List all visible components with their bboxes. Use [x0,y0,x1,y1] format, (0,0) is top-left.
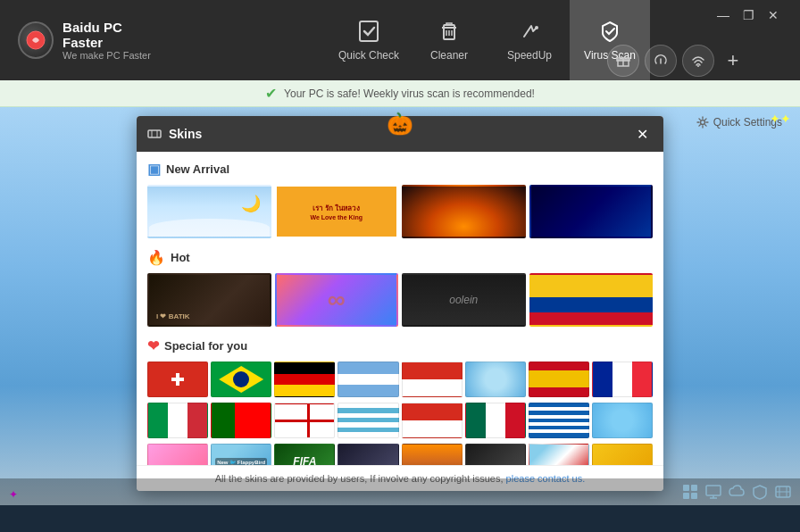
restore-button[interactable]: ❐ [738,7,759,23]
taskbar-cloud-icon[interactable] [729,484,745,500]
cleaner-icon [437,19,462,44]
main-content: Quick Settings Skins ✕ [0,107,800,505]
svg-rect-12 [148,130,161,137]
hot-text: Hot [171,251,190,264]
titlebar: Baidu PC Faster We make PC Faster Quick … [0,0,800,80]
skin-teal[interactable] [592,403,653,438]
skin-france[interactable] [592,362,653,397]
add-button[interactable]: + [720,47,746,74]
skin-cyan[interactable] [465,362,526,397]
special-text: Special for you [164,339,247,353]
skin-mexico[interactable] [465,403,526,438]
app-title: Baidu PC Faster [62,20,161,50]
skin-greece[interactable] [529,403,589,438]
nav-label-quick-check: Quick Check [338,49,399,62]
app-logo-circle [18,21,54,59]
skin-italy[interactable] [147,403,208,438]
virus-scan-icon [597,19,622,44]
nav-label-cleaner: Cleaner [430,49,468,62]
gauge-icon-btn[interactable] [645,45,677,77]
skin-shooter[interactable] [465,444,526,465]
skin-na-2[interactable]: เรา รัก ในหลวง We Love the King [275,185,399,238]
skin-england[interactable] [274,403,335,438]
skin-chile[interactable] [402,362,462,397]
skins-modal: Skins ✕ ▣ New Arrival 🌙 [137,116,663,491]
hot-label: 🔥 Hot [147,249,653,266]
svg-rect-18 [691,493,697,499]
special-row-1 [147,362,653,397]
skin-chile-2[interactable] [402,403,462,438]
nav-label-speedup: SpeedUp [507,49,552,62]
special-row-2 [147,403,653,438]
svg-rect-19 [706,486,721,495]
skin-argentina[interactable] [338,362,398,397]
app-logo-icon [25,29,46,51]
taskbar [0,478,800,505]
skin-portugal[interactable] [211,403,271,438]
new-arrival-label: ▣ New Arrival [147,161,653,178]
skin-pink[interactable] [147,444,208,465]
hot-skin-3[interactable]: oolein [402,273,526,327]
close-button[interactable]: ✕ [762,7,784,23]
minimize-button[interactable]: — [712,7,734,23]
hot-skin-2[interactable]: ∞ [275,273,399,327]
new-arrival-icon: ▣ [147,161,161,178]
status-bar: ✔ Your PC is safe! Weekly virus scan is … [0,80,800,107]
skin-switzerland[interactable] [147,362,208,397]
speedup-icon [517,19,542,44]
special-icon: ❤ [147,337,159,354]
hot-skin-1[interactable]: I ❤ BATIK [147,273,271,327]
skin-landscape[interactable] [402,444,462,465]
taskbar-settings-icon[interactable] [775,484,791,500]
modal-close-button[interactable]: ✕ [631,123,653,145]
svg-rect-16 [691,485,697,491]
app-subtitle: We make PC Faster [62,50,161,61]
status-text: Your PC is safe! Weekly virus scan is re… [284,87,535,100]
skin-xmas[interactable] [529,444,589,465]
hot-skin-4[interactable] [529,273,654,327]
app-logo: Baidu PC Faster We make PC Faster [0,20,179,61]
gauge-icon [654,54,668,68]
skin-na-4[interactable]: ✦✦ ✦ [529,185,654,238]
skin-na-1[interactable]: 🌙 [147,185,271,238]
svg-rect-17 [683,493,689,499]
wifi-icon [691,54,705,68]
skin-fifa[interactable]: FIFA [274,444,335,465]
app-name-block: Baidu PC Faster We make PC Faster [62,20,161,61]
taskbar-shield-icon[interactable] [752,484,768,500]
gift-icon [616,54,630,68]
skin-spain[interactable] [529,362,589,397]
svg-rect-1 [360,21,378,41]
wifi-icon-btn[interactable] [682,45,714,77]
status-check-icon: ✔ [265,85,277,102]
skin-yellow[interactable] [592,444,653,465]
skin-brazil[interactable] [211,362,271,397]
special-row-3: New 🐦 FlappyBird FIFA [147,444,653,465]
skins-header-icon [147,127,162,141]
modal-title: Skins [169,127,202,141]
svg-point-6 [535,26,538,29]
modal-body[interactable]: ▣ New Arrival 🌙 เรา รัก ในหลวง We Love t… [137,152,663,465]
nav-item-quick-check[interactable]: Quick Check [329,0,409,80]
window-controls: — ❐ ✕ [712,7,793,23]
skin-na-3[interactable]: 🎃 [402,185,526,238]
gift-icon-btn[interactable] [607,45,639,77]
modal-header-left: Skins [147,127,202,141]
taskbar-grid-icon[interactable] [682,484,698,500]
skin-uruguay[interactable] [338,403,398,438]
skin-car[interactable] [338,444,398,465]
svg-rect-15 [683,485,689,491]
nav-item-speedup[interactable]: SpeedUp [489,0,570,80]
svg-point-10 [697,65,699,67]
new-arrival-grid: 🌙 เรา รัก ในหลวง We Love the King 🎃 [147,185,653,238]
quick-check-icon [356,19,381,44]
new-arrival-text: New Arrival [166,162,229,176]
hot-grid: I ❤ BATIK ∞ oolein [147,273,653,327]
nav-item-cleaner[interactable]: Cleaner [409,0,489,80]
skin-germany[interactable] [274,362,335,397]
special-label: ❤ Special for you [147,337,653,354]
skin-flappy[interactable]: New 🐦 FlappyBird [211,444,271,465]
taskbar-monitor-icon[interactable] [705,484,721,500]
modal-overlay: Skins ✕ ▣ New Arrival 🌙 [0,107,800,505]
hot-icon: 🔥 [147,249,165,266]
